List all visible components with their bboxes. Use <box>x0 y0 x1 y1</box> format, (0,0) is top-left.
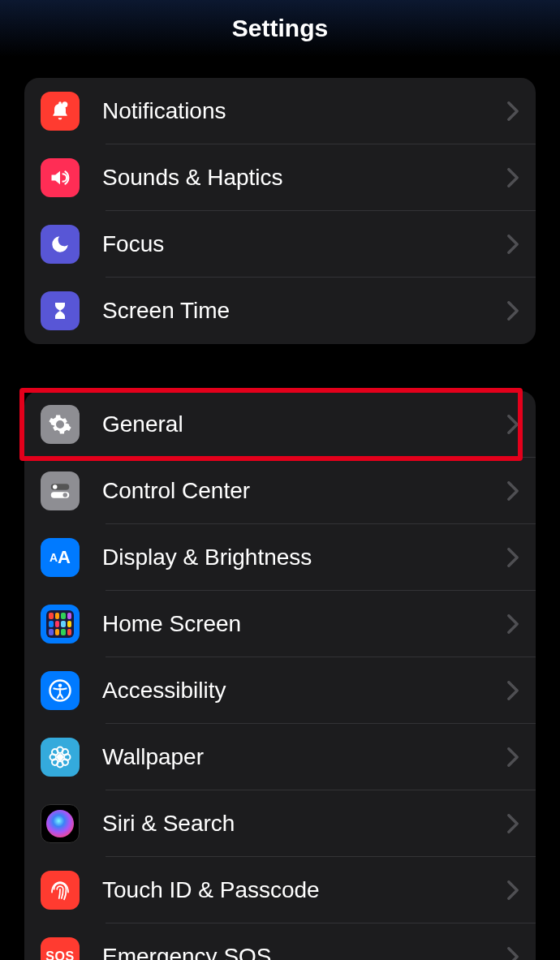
bell-icon <box>41 92 80 131</box>
chevron-right-icon <box>506 481 519 501</box>
row-accessibility[interactable]: Accessibility <box>24 657 536 724</box>
row-label: Focus <box>102 231 506 257</box>
row-label: Control Center <box>102 478 506 504</box>
row-homescreen[interactable]: Home Screen <box>24 591 536 657</box>
svg-point-7 <box>58 755 62 760</box>
grid-icon <box>41 605 80 644</box>
row-label: Sounds & Haptics <box>102 165 506 191</box>
svg-point-6 <box>58 684 62 688</box>
svg-point-4 <box>63 493 68 497</box>
page-title: Settings <box>232 15 328 42</box>
row-label: Wallpaper <box>102 744 506 770</box>
chevron-right-icon <box>506 681 519 700</box>
row-label: Display & Brightness <box>102 545 506 570</box>
chevron-right-icon <box>506 101 519 121</box>
row-label: Emergency SOS <box>102 944 506 960</box>
gear-icon <box>41 405 80 444</box>
row-display[interactable]: AA Display & Brightness <box>24 524 536 591</box>
settings-scroll: Notifications Sounds & Haptics Focus S <box>0 78 560 960</box>
row-label: Touch ID & Passcode <box>102 877 506 903</box>
svg-point-2 <box>53 484 58 489</box>
row-label: Screen Time <box>102 298 506 324</box>
chevron-right-icon <box>506 235 519 254</box>
row-label: Notifications <box>102 98 506 124</box>
row-siri[interactable]: Siri & Search <box>24 790 536 857</box>
sos-text: SOS <box>45 949 74 960</box>
settings-group-2: General Control Center AA Display & Brig… <box>24 391 536 960</box>
aa-icon: AA <box>41 538 80 577</box>
svg-point-0 <box>62 101 67 107</box>
speaker-icon <box>41 158 80 197</box>
fingerprint-icon <box>41 871 80 910</box>
accessibility-icon <box>41 671 80 710</box>
chevron-right-icon <box>506 947 519 960</box>
chevron-right-icon <box>506 747 519 767</box>
row-notifications[interactable]: Notifications <box>24 78 536 144</box>
chevron-right-icon <box>506 880 519 900</box>
sos-icon: SOS <box>41 937 80 960</box>
flower-icon <box>41 738 80 777</box>
row-sounds[interactable]: Sounds & Haptics <box>24 144 536 211</box>
row-label: Siri & Search <box>102 811 506 837</box>
row-label: Accessibility <box>102 678 506 704</box>
row-emergency[interactable]: SOS Emergency SOS <box>24 923 536 960</box>
chevron-right-icon <box>506 614 519 634</box>
settings-group-1: Notifications Sounds & Haptics Focus S <box>24 78 536 344</box>
chevron-right-icon <box>506 415 519 434</box>
row-label: Home Screen <box>102 611 506 637</box>
chevron-right-icon <box>506 548 519 567</box>
row-controlcenter[interactable]: Control Center <box>24 458 536 524</box>
chevron-right-icon <box>506 814 519 833</box>
moon-icon <box>41 225 80 264</box>
row-label: General <box>102 411 506 437</box>
siri-icon <box>41 804 80 843</box>
row-touchid[interactable]: Touch ID & Passcode <box>24 857 536 923</box>
row-general[interactable]: General <box>24 391 536 458</box>
chevron-right-icon <box>506 301 519 321</box>
row-wallpaper[interactable]: Wallpaper <box>24 724 536 790</box>
header-bar: Settings <box>0 0 560 57</box>
chevron-right-icon <box>506 168 519 187</box>
row-screentime[interactable]: Screen Time <box>24 278 536 344</box>
row-focus[interactable]: Focus <box>24 211 536 278</box>
hourglass-icon <box>41 291 80 330</box>
switches-icon <box>41 471 80 510</box>
